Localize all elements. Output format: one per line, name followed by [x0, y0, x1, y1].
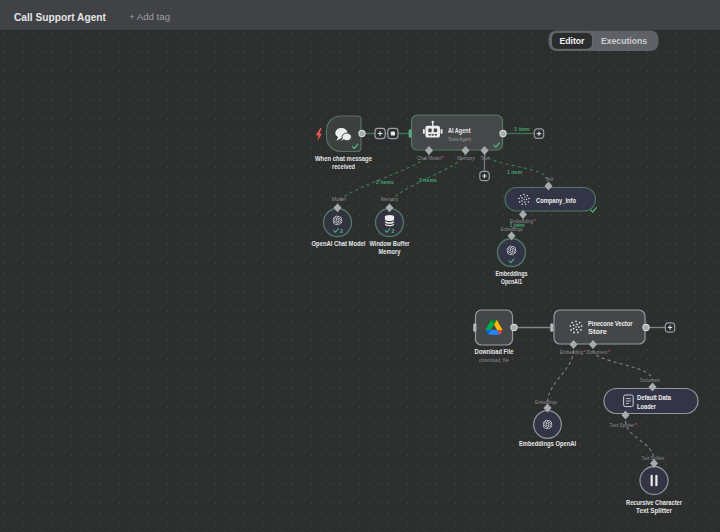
svg-text:Text Splitter: Text Splitter [610, 422, 635, 428]
svg-text:OpenAI1: OpenAI1 [501, 278, 522, 286]
svg-text:Embeddings: Embeddings [496, 270, 528, 278]
svg-text:Store: Store [588, 328, 607, 335]
svg-text:2 items: 2 items [419, 177, 438, 183]
svg-text:Model: Model [332, 196, 346, 202]
svg-text:Embeddings: Embeddings [501, 226, 523, 232]
svg-text:Default Data: Default Data [637, 394, 671, 401]
svg-text:2: 2 [392, 228, 395, 234]
svg-text:Executions: Executions [601, 36, 647, 46]
svg-text:Recursive Character: Recursive Character [626, 499, 682, 506]
svg-text:Memory: Memory [379, 248, 401, 256]
svg-text:Tool: Tool [545, 176, 554, 182]
svg-text:+ Add tag: + Add tag [129, 12, 170, 22]
svg-text:Text Splitter: Text Splitter [636, 507, 672, 515]
svg-text:Embedding: Embedding [510, 218, 533, 224]
svg-text:Tool: Tool [481, 155, 490, 161]
svg-text:When chat message: When chat message [315, 155, 372, 163]
svg-text:Editor: Editor [560, 36, 586, 46]
svg-text:Text Splitter: Text Splitter [642, 455, 665, 461]
svg-text:1 item: 1 item [514, 126, 529, 132]
svg-text:Embeddings OpenAI: Embeddings OpenAI [519, 440, 576, 448]
svg-text:Embedding: Embedding [560, 349, 583, 355]
svg-text:Window Buffer: Window Buffer [370, 240, 410, 247]
svg-text:OpenAI Chat Model: OpenAI Chat Model [312, 240, 366, 248]
svg-text:Embeddings: Embeddings [535, 399, 557, 405]
svg-text:Memory: Memory [457, 155, 475, 161]
svg-text:received: received [332, 163, 355, 170]
svg-text:Company_Info: Company_Info [536, 197, 576, 205]
svg-text:Memory: Memory [381, 196, 399, 202]
svg-text:Document: Document [587, 349, 608, 355]
svg-text:1 item: 1 item [507, 169, 522, 175]
svg-text:download_file: download_file [479, 357, 510, 363]
svg-text:Pinecone Vector: Pinecone Vector [588, 320, 633, 327]
svg-text:Loader: Loader [637, 403, 656, 410]
svg-text:Download File: Download File [475, 348, 514, 355]
svg-text:Chat Model: Chat Model [417, 155, 441, 161]
svg-text:Document: Document [640, 377, 660, 383]
svg-text:Tools Agent: Tools Agent [448, 136, 471, 142]
svg-text:AI Agent: AI Agent [448, 126, 471, 135]
svg-text:Call Support Agent: Call Support Agent [14, 11, 106, 23]
svg-text:2 items: 2 items [376, 179, 395, 185]
svg-text:2: 2 [340, 228, 343, 234]
